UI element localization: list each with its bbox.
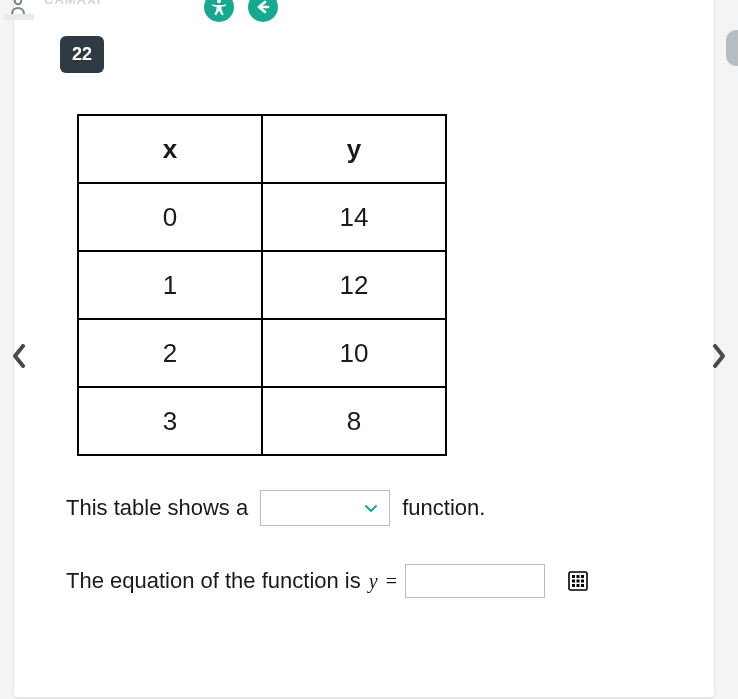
pin-icon — [4, 0, 34, 22]
svg-point-0 — [15, 0, 21, 4]
next-question-button[interactable] — [706, 336, 732, 376]
svg-rect-3 — [572, 575, 575, 578]
equals-sign: = — [386, 570, 397, 593]
accessibility-button[interactable] — [204, 0, 234, 22]
cell-x: 3 — [78, 387, 262, 455]
cell-y: 14 — [262, 183, 446, 251]
svg-rect-5 — [581, 575, 584, 578]
equation-input[interactable] — [405, 564, 545, 598]
svg-rect-11 — [581, 584, 584, 587]
table-row: 0 14 — [78, 183, 446, 251]
variable-y: y — [369, 570, 378, 593]
data-table: x y 0 14 1 12 2 10 3 8 — [77, 114, 447, 456]
svg-rect-7 — [576, 580, 579, 583]
function-type-dropdown[interactable] — [260, 490, 390, 526]
svg-rect-4 — [576, 575, 579, 578]
cell-y: 8 — [262, 387, 446, 455]
col-header-x: x — [78, 115, 262, 183]
sentence-equation: The equation of the function is y = — [66, 564, 589, 598]
question-card: CAMAXI 22 x y 0 14 1 — [14, 0, 714, 697]
svg-rect-10 — [576, 584, 579, 587]
prev-question-button[interactable] — [6, 336, 32, 376]
back-arrow-icon — [254, 0, 272, 16]
back-button[interactable] — [248, 0, 278, 22]
keypad-button[interactable] — [567, 570, 589, 592]
cell-y: 12 — [262, 251, 446, 319]
keypad-icon — [568, 571, 588, 591]
text-before-dropdown: This table shows a — [66, 495, 248, 521]
cell-x: 1 — [78, 251, 262, 319]
table-row: 1 12 — [78, 251, 446, 319]
cell-x: 2 — [78, 319, 262, 387]
brand-watermark: CAMAXI — [44, 0, 101, 7]
svg-rect-9 — [572, 584, 575, 587]
cell-x: 0 — [78, 183, 262, 251]
table-row: 2 10 — [78, 319, 446, 387]
text-after-dropdown: function. — [402, 495, 485, 521]
svg-rect-8 — [581, 580, 584, 583]
question-number-badge: 22 — [60, 36, 104, 73]
accessibility-icon — [210, 0, 228, 16]
edge-scroll-hint — [726, 30, 738, 66]
sentence-function-type: This table shows a function. — [66, 490, 485, 526]
col-header-y: y — [262, 115, 446, 183]
table-header-row: x y — [78, 115, 446, 183]
chevron-down-icon — [363, 500, 379, 516]
cell-y: 10 — [262, 319, 446, 387]
svg-point-1 — [217, 0, 221, 3]
svg-rect-6 — [572, 580, 575, 583]
table-row: 3 8 — [78, 387, 446, 455]
equation-prompt-text: The equation of the function is — [66, 568, 361, 594]
